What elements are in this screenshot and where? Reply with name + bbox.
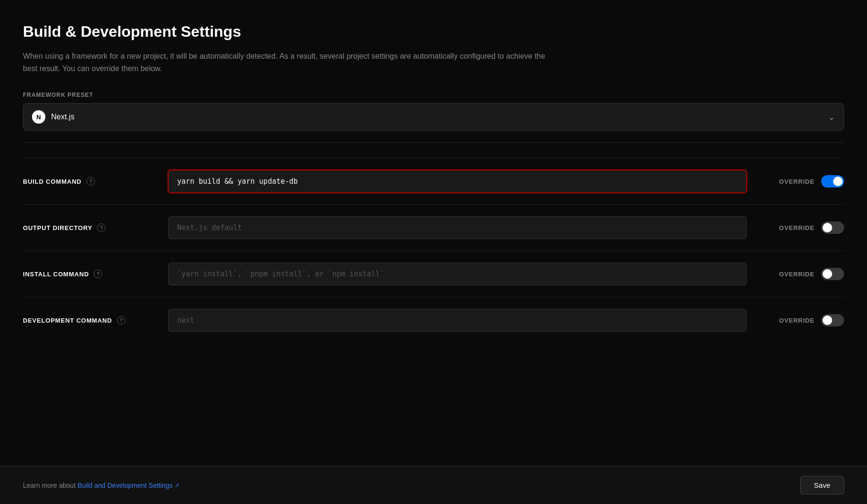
toggle-knob-output-directory bbox=[823, 223, 832, 232]
save-button[interactable]: Save bbox=[800, 476, 844, 494]
override-label-development-command: OVERRIDE bbox=[779, 317, 814, 324]
setting-row-install-command: INSTALL COMMAND?OVERRIDE bbox=[23, 251, 844, 297]
label-group-build-command: BUILD COMMAND? bbox=[23, 177, 157, 186]
override-group-build-command: OVERRIDE bbox=[758, 175, 844, 188]
settings-grid: BUILD COMMAND?OVERRIDEOUTPUT DIRECTORY?O… bbox=[23, 158, 844, 343]
label-group-output-directory: OUTPUT DIRECTORY? bbox=[23, 223, 157, 232]
input-build-command[interactable] bbox=[168, 170, 747, 193]
framework-select[interactable]: N Next.js ⌄ bbox=[23, 103, 844, 131]
footer-link[interactable]: Build and Development Settings ➚ bbox=[77, 482, 179, 489]
toggle-knob-install-command bbox=[823, 269, 832, 279]
external-link-icon: ➚ bbox=[175, 482, 180, 489]
footer-prefix: Learn more about bbox=[23, 482, 77, 489]
override-label-install-command: OVERRIDE bbox=[779, 271, 814, 278]
footer-bar: Learn more about Build and Development S… bbox=[0, 466, 867, 504]
setting-row-output-directory: OUTPUT DIRECTORY?OVERRIDE bbox=[23, 204, 844, 251]
toggle-knob-development-command bbox=[823, 315, 832, 325]
input-development-command[interactable] bbox=[168, 309, 747, 332]
override-group-output-directory: OVERRIDE bbox=[758, 221, 844, 234]
label-output-directory: OUTPUT DIRECTORY bbox=[23, 224, 92, 231]
help-icon-development-command[interactable]: ? bbox=[117, 316, 126, 325]
input-wrapper-install-command bbox=[168, 262, 747, 285]
override-group-install-command: OVERRIDE bbox=[758, 268, 844, 280]
help-icon-install-command[interactable]: ? bbox=[94, 270, 102, 278]
toggle-build-command[interactable] bbox=[821, 175, 844, 188]
override-group-development-command: OVERRIDE bbox=[758, 314, 844, 326]
footer-link-text: Build and Development Settings bbox=[77, 482, 172, 489]
help-icon-build-command[interactable]: ? bbox=[86, 177, 95, 186]
setting-row-development-command: DEVELOPMENT COMMAND?OVERRIDE bbox=[23, 297, 844, 343]
section-divider bbox=[23, 142, 844, 143]
label-development-command: DEVELOPMENT COMMAND bbox=[23, 317, 112, 324]
override-label-build-command: OVERRIDE bbox=[779, 178, 814, 185]
framework-label: FRAMEWORK PRESET bbox=[23, 92, 844, 98]
label-group-install-command: INSTALL COMMAND? bbox=[23, 270, 157, 278]
page-title: Build & Development Settings bbox=[23, 23, 844, 41]
setting-row-build-command: BUILD COMMAND?OVERRIDE bbox=[23, 158, 844, 204]
input-output-directory[interactable] bbox=[168, 216, 747, 239]
footer-text: Learn more about Build and Development S… bbox=[23, 482, 180, 489]
input-wrapper-output-directory bbox=[168, 216, 747, 239]
input-install-command[interactable] bbox=[168, 262, 747, 285]
label-group-development-command: DEVELOPMENT COMMAND? bbox=[23, 316, 157, 325]
framework-selected-label: Next.js bbox=[51, 113, 74, 121]
label-build-command: BUILD COMMAND bbox=[23, 178, 82, 185]
framework-section: FRAMEWORK PRESET N Next.js ⌄ bbox=[23, 92, 844, 131]
label-install-command: INSTALL COMMAND bbox=[23, 271, 89, 278]
input-wrapper-build-command bbox=[168, 170, 747, 193]
help-icon-output-directory[interactable]: ? bbox=[97, 223, 106, 232]
page-description: When using a framework for a new project… bbox=[23, 50, 548, 74]
toggle-install-command[interactable] bbox=[821, 268, 844, 280]
input-wrapper-development-command bbox=[168, 309, 747, 332]
chevron-down-icon: ⌄ bbox=[828, 112, 835, 122]
override-label-output-directory: OVERRIDE bbox=[779, 224, 814, 231]
toggle-development-command[interactable] bbox=[821, 314, 844, 326]
main-content: Build & Development Settings When using … bbox=[0, 0, 867, 466]
toggle-knob-build-command bbox=[833, 177, 843, 186]
nextjs-icon: N bbox=[32, 110, 45, 124]
toggle-output-directory[interactable] bbox=[821, 221, 844, 234]
framework-select-left: N Next.js bbox=[32, 110, 74, 124]
